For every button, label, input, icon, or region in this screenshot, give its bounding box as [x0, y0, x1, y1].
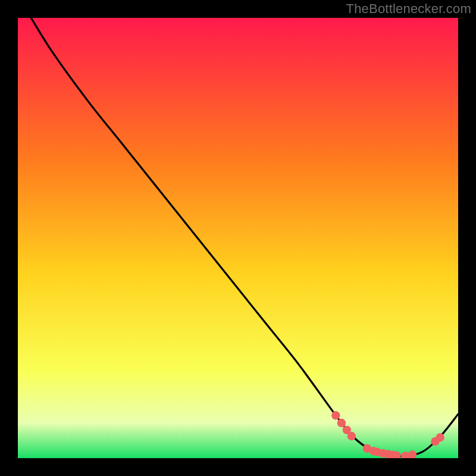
data-marker	[331, 411, 340, 419]
data-marker	[436, 433, 444, 441]
gradient-background	[18, 18, 458, 458]
watermark-text: TheBottlenecker.com	[346, 1, 471, 17]
data-marker	[347, 432, 356, 440]
data-marker	[337, 419, 346, 427]
plot-area	[18, 18, 458, 458]
chart-frame: TheBottlenecker.com	[0, 0, 476, 476]
plot-svg	[18, 18, 458, 458]
